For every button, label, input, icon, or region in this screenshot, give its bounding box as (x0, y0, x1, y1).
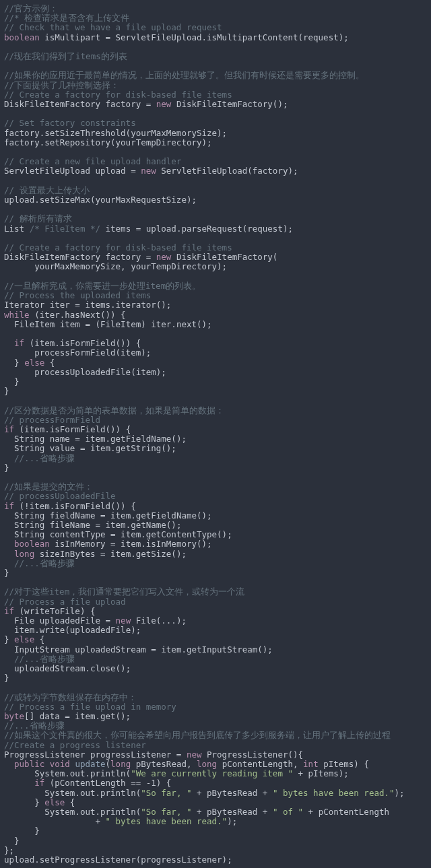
code-line: factory.setSizeThreshold(yourMaxMemorySi… (4, 128, 227, 138)
code-line: //...省略步骤 (4, 654, 75, 664)
code-token: byte (4, 711, 24, 721)
code-token: if (14, 338, 24, 348)
code-line: public void update(long pBytesRead, long… (4, 759, 369, 769)
code-token: //...省略步骤 (14, 453, 75, 463)
code-line: ServletFileUpload upload = new ServletFi… (4, 166, 298, 176)
code-token: if (4, 501, 14, 511)
code-token: //Create a progress listener (4, 740, 146, 750)
code-token: int (303, 759, 319, 769)
code-token: } (4, 568, 9, 578)
code-line: File uploadedFile = new File(...); (4, 615, 187, 626)
code-line: FileItem item = (FileItem) iter.next(); (4, 319, 212, 329)
code-token: List (4, 224, 30, 234)
code-line: ProgressListener progressListener = new … (4, 749, 303, 760)
code-token: //官方示例： (4, 3, 58, 13)
code-line: //一旦解析完成，你需要进一步处理item的列表。 (4, 281, 201, 291)
code-token: String fileName = item.getName(); (4, 520, 181, 530)
code-token: item.write(uploadedFile); (4, 625, 141, 635)
code-line: if (item.isFormField()) { (4, 424, 131, 434)
code-token: else (14, 634, 34, 644)
code-token: new (156, 252, 172, 262)
code-line: upload.setProgressListener(progressListe… (4, 855, 232, 865)
code-token: (item.isFormField()) { (24, 338, 141, 348)
code-token: items = upload.parseRequest(request); (100, 224, 293, 234)
code-token: // Create a new file upload handler (4, 156, 181, 166)
code-token: }; (4, 845, 14, 855)
code-token: //...省略步骤 (4, 721, 65, 731)
code-token: ); (227, 816, 237, 826)
code-line: //对于这些item，我们通常要把它们写入文件，或转为一个流 (4, 587, 244, 597)
code-token: // processFormField (4, 415, 100, 425)
code-token: String fieldName = item.getFieldName(); (4, 510, 212, 521)
code-token (4, 778, 34, 788)
code-token: ProgressListener progressListener = (4, 749, 187, 760)
code-line: // Create a factory for disk-based file … (4, 242, 232, 253)
code-line: long sizeInBytes = item.getSize(); (4, 549, 187, 559)
code-token: /* FileItem */ (30, 224, 100, 234)
code-token: //如果这个文件真的很大，你可能会希望向用户报告到底传了多少到服务端，让用户了解… (4, 730, 391, 740)
code-token: } (4, 797, 44, 807)
code-token: public (14, 759, 44, 769)
code-token: factory.setSizeThreshold(yourMaxMemorySi… (4, 128, 227, 138)
code-token: pContentLength, (217, 759, 303, 769)
code-token: new (141, 166, 156, 176)
code-token: } (4, 826, 40, 836)
code-token: new (187, 749, 202, 760)
code-token: void (50, 759, 70, 769)
code-line: //...省略步骤 (4, 558, 75, 568)
code-token: //或转为字节数组保存在内存中： (4, 692, 137, 702)
code-line: // Create a factory for disk-based file … (4, 90, 232, 100)
code-line: } (4, 376, 20, 387)
code-token: if (4, 424, 14, 434)
code-token: // 解析所有请求 (4, 213, 72, 224)
code-token: // Create a factory for disk-based file … (4, 90, 232, 100)
code-token: //...省略步骤 (14, 558, 75, 568)
code-line: // Check that we have a file upload requ… (4, 22, 222, 32)
code-token (4, 338, 14, 348)
code-line: } (4, 836, 20, 846)
code-token: // Create a factory for disk-based file … (4, 242, 232, 253)
code-line: // processFormField (4, 415, 100, 425)
code-line: } else { (4, 797, 75, 807)
code-line: processUploadedFile(item); (4, 367, 166, 377)
code-line: }; (4, 845, 14, 855)
code-line: DiskFileItemFactory factory = new DiskFi… (4, 99, 288, 109)
code-line: if (!item.isFormField()) { (4, 501, 136, 511)
code-line: //如果这个文件真的很大，你可能会希望向用户报告到底传了多少到服务端，让用户了解… (4, 730, 391, 740)
code-token: + pBytesRead + (191, 788, 272, 798)
code-line: factory.setRepository(yourTempDirectory)… (4, 137, 212, 147)
code-line: System.out.println("We are currently rea… (4, 768, 349, 778)
code-token: (item.isFormField()) { (14, 424, 131, 434)
code-token: } (4, 463, 9, 473)
code-token: { (34, 634, 44, 644)
code-token (4, 539, 14, 549)
code-line: // Create a new file upload handler (4, 156, 181, 166)
code-line: // Process a file upload (4, 597, 126, 607)
code-line: } (4, 386, 9, 396)
code-token: (pContentLength == -1) { (44, 778, 171, 788)
code-line: //下面提供了几种控制选择： (4, 80, 119, 90)
code-line: InputStream uploadedStream = item.getInp… (4, 644, 273, 655)
code-token: if (4, 606, 14, 616)
code-token: String value = item.getString(); (4, 443, 176, 453)
code-token: //下面提供了几种控制选择： (4, 80, 119, 90)
code-line: // processUploadedFile (4, 491, 116, 501)
code-token: } (4, 673, 9, 683)
code-token: } (4, 358, 24, 368)
code-token: + pItems); (293, 768, 349, 778)
code-token: } (4, 376, 20, 387)
code-line: if (writeToFile) { (4, 606, 95, 616)
code-token: System.out.println( (4, 807, 141, 817)
code-token: upload.setSizeMax(yourMaxRequestSize); (4, 195, 197, 205)
code-token: Iterator iter = items.iterator(); (4, 300, 171, 310)
code-token: } (4, 634, 14, 644)
code-token: //对于这些item，我们通常要把它们写入文件，或转为一个流 (4, 587, 244, 597)
code-token: ProgressListener(){ (202, 749, 304, 760)
code-line: //* 检查请求是否含有上传文件 (4, 13, 129, 23)
code-token: yourMaxMemorySize, yourTempDirectory); (4, 261, 227, 271)
code-token: // Check that we have a file upload requ… (4, 22, 222, 32)
code-token: pBytesRead, (131, 759, 197, 769)
code-token: "So far, " (141, 788, 191, 798)
code-line: // 解析所有请求 (4, 213, 72, 224)
code-line: //或转为字节数组保存在内存中： (4, 692, 137, 702)
